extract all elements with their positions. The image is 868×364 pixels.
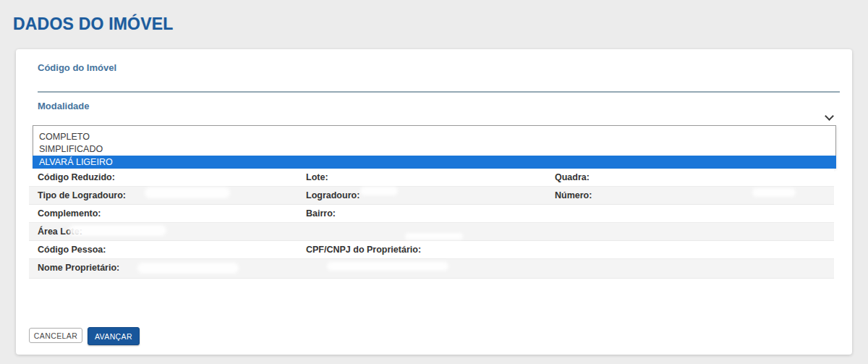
field-label-area-lote: Área Lote: <box>38 223 82 240</box>
modalidade-dropdown: COMPLETO SIMPLIFICADO ALVARÁ LIGEIRO <box>33 125 836 168</box>
chevron-down-icon <box>825 111 834 121</box>
option-simplificado[interactable]: SIMPLIFICADO <box>33 143 835 156</box>
field-label-tipo-logradouro: Tipo de Logradouro: <box>38 187 126 204</box>
field-label-nome-proprietario: Nome Proprietário: <box>38 259 119 278</box>
field-label-quadra: Quadra: <box>555 169 590 186</box>
cancelar-button[interactable]: CANCELAR <box>29 328 82 343</box>
row-area-lote: Área Lote: <box>29 223 834 241</box>
option-alvara-ligeiro[interactable]: ALVARÁ LIGEIRO <box>33 156 836 169</box>
field-label-cpf-cnpj-proprietario: CPF/CNPJ do Proprietário: <box>306 241 421 258</box>
codigo-imovel-input[interactable] <box>38 71 840 93</box>
option-completo[interactable]: COMPLETO <box>33 131 835 143</box>
field-label-complemento: Complemento: <box>38 205 101 222</box>
row-complemento: Complemento: Bairro: <box>29 205 834 223</box>
avancar-button[interactable]: AVANÇAR <box>88 327 140 345</box>
field-label-codigo-pessoa: Código Pessoa: <box>38 241 106 258</box>
row-tipo-logradouro: Tipo de Logradouro: Logradouro: Número: <box>29 187 834 205</box>
field-label-codigo-reduzido: Código Reduzido: <box>38 169 115 186</box>
field-label-numero: Número: <box>555 187 592 204</box>
row-nome-proprietario: Nome Proprietário: <box>29 259 834 279</box>
modalidade-select[interactable] <box>33 110 841 124</box>
page-title: DADOS DO IMÓVEL <box>13 14 174 34</box>
field-label-bairro: Bairro: <box>306 205 336 222</box>
field-label-lote: Lote: <box>306 169 328 186</box>
row-codigo-reduzido: Código Reduzido: Lote: Quadra: <box>29 169 834 187</box>
field-label-logradouro: Logradouro: <box>306 187 359 204</box>
form-card: Código do Imóvel Modalidade COMPLETO SIM… <box>16 49 852 355</box>
property-details-table: Código Reduzido: Lote: Quadra: Tipo de L… <box>29 169 834 279</box>
row-codigo-pessoa: Código Pessoa: CPF/CNPJ do Proprietário: <box>29 241 834 259</box>
